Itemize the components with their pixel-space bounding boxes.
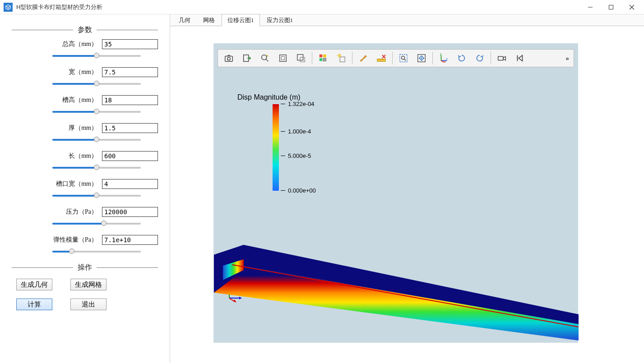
param-thickness: 厚（mm） xyxy=(12,123,158,143)
pressure-input[interactable] xyxy=(102,207,158,217)
tab-geometry[interactable]: 几何 xyxy=(173,14,196,26)
svg-rect-38 xyxy=(498,56,503,60)
bbox-icon[interactable] xyxy=(275,51,291,66)
svg-rect-12 xyxy=(300,57,305,62)
camera-view-icon[interactable] xyxy=(494,51,510,66)
thickness-input[interactable] xyxy=(102,123,158,133)
total-height-input[interactable] xyxy=(102,39,158,49)
app-icon xyxy=(4,3,13,12)
rotate-cw-icon[interactable] xyxy=(454,51,470,66)
legend-tick: 0.000e+00 xyxy=(281,187,316,194)
legend-tick: 1.000e-4 xyxy=(281,128,311,135)
param-label: 总高（mm） xyxy=(39,40,102,48)
svg-marker-43 xyxy=(239,297,242,299)
svg-marker-41 xyxy=(228,286,231,289)
param-total-height: 总高（mm） xyxy=(12,39,158,59)
viewport-toolbar: zyx » xyxy=(218,49,574,67)
slot-height-input[interactable] xyxy=(102,95,158,105)
length-slider[interactable] xyxy=(52,164,141,171)
title-bar: H型软膜卡布灯箱型材的受力分析 xyxy=(0,0,644,14)
generate-geometry-button[interactable]: 生成几何 xyxy=(16,279,52,290)
window-title: H型软膜卡布灯箱型材的受力分析 xyxy=(16,3,580,11)
param-slot-width: 槽口宽（mm） xyxy=(12,179,158,199)
svg-rect-1 xyxy=(609,5,613,9)
width-input[interactable] xyxy=(102,67,158,77)
pressure-slider[interactable] xyxy=(52,220,141,227)
svg-rect-17 xyxy=(340,57,345,62)
generate-mesh-button[interactable]: 生成网格 xyxy=(70,279,107,290)
close-button[interactable] xyxy=(621,0,642,14)
exit-button[interactable]: 退出 xyxy=(70,299,107,310)
main-pane: 几何 网格 位移云图1 应力云图1 xyxy=(170,14,644,363)
svg-point-29 xyxy=(401,56,404,59)
bbox-select-icon[interactable] xyxy=(293,51,309,66)
slot-width-input[interactable] xyxy=(102,179,158,189)
param-label: 压力（Pa） xyxy=(39,208,102,216)
param-label: 宽（mm） xyxy=(39,68,102,76)
fit-view-icon[interactable] xyxy=(413,51,430,66)
param-pressure: 压力（Pa） xyxy=(12,207,158,227)
svg-rect-16 xyxy=(323,58,326,61)
minimize-button[interactable] xyxy=(580,0,601,14)
svg-rect-14 xyxy=(323,55,326,57)
params-section-header: 参数 xyxy=(12,25,158,35)
svg-line-50 xyxy=(232,265,579,327)
go-first-icon[interactable] xyxy=(512,51,528,66)
total-height-slider[interactable] xyxy=(52,52,141,59)
color-legend: Disp Magnitude (m) 1.322e-041.000e-45.00… xyxy=(237,93,301,191)
action-buttons: 生成几何 生成网格 计算 退出 xyxy=(16,279,158,310)
elastic-modulus-slider[interactable] xyxy=(52,248,141,255)
tab-stress-contour-1[interactable]: 应力云图1 xyxy=(261,14,299,26)
param-label: 弹性模量（Pa） xyxy=(39,236,102,244)
svg-marker-46 xyxy=(214,245,579,324)
cubes-icon[interactable] xyxy=(315,51,331,66)
zoom-area-icon[interactable] xyxy=(395,51,412,66)
actions-section-header: 操作 xyxy=(12,263,158,272)
viewport-3d[interactable]: zyx » Disp Magnitude (m) 1.322e-041.0 xyxy=(213,43,578,343)
maximize-button[interactable] xyxy=(601,0,621,14)
svg-rect-28 xyxy=(400,55,408,62)
legend-tick: 5.000e-5 xyxy=(281,152,311,159)
toolbar-overflow-icon[interactable]: » xyxy=(563,55,572,62)
zoom-data-icon[interactable] xyxy=(257,51,273,66)
tab-mesh[interactable]: 网格 xyxy=(197,14,221,26)
elastic-modulus-input[interactable] xyxy=(102,235,158,245)
view-container: zyx » Disp Magnitude (m) 1.322e-041.0 xyxy=(170,26,644,363)
svg-marker-45 xyxy=(233,299,236,303)
export-icon[interactable] xyxy=(239,51,255,66)
tab-bar: 几何 网格 位移云图1 应力云图1 xyxy=(170,14,644,26)
svg-text:y: y xyxy=(446,57,448,61)
rotate-ccw-icon[interactable] xyxy=(472,51,488,66)
legend-colorbar xyxy=(273,104,279,191)
width-slider[interactable] xyxy=(52,80,141,87)
sidebar: 参数 总高（mm） 宽（mm） 槽高（mm） xyxy=(0,14,170,363)
brush-icon[interactable] xyxy=(355,51,371,66)
legend-tick: 1.322e-04 xyxy=(281,101,315,107)
svg-rect-15 xyxy=(320,58,322,61)
svg-rect-9 xyxy=(280,55,287,62)
tab-displacement-contour-1[interactable]: 位移云图1 xyxy=(222,14,260,26)
param-elastic-modulus: 弹性模量（Pa） xyxy=(12,235,158,255)
svg-marker-47 xyxy=(214,261,579,340)
svg-point-18 xyxy=(338,55,341,57)
screenshot-icon[interactable] xyxy=(221,51,237,66)
axis-gizmo[interactable] xyxy=(225,285,243,303)
svg-point-7 xyxy=(262,55,267,60)
slot-height-slider[interactable] xyxy=(52,108,141,115)
result-beam-render xyxy=(214,239,579,340)
ruler-clear-icon[interactable] xyxy=(373,51,389,66)
svg-rect-10 xyxy=(281,56,284,60)
thickness-slider[interactable] xyxy=(52,136,141,143)
svg-line-8 xyxy=(266,59,268,61)
param-label: 槽高（mm） xyxy=(39,96,102,104)
svg-point-5 xyxy=(227,57,230,60)
length-input[interactable] xyxy=(102,151,158,161)
lightbulb-box-icon[interactable] xyxy=(333,51,349,66)
svg-rect-21 xyxy=(377,59,385,62)
param-label: 槽口宽（mm） xyxy=(39,180,102,188)
slot-width-slider[interactable] xyxy=(52,192,141,199)
svg-rect-4 xyxy=(225,56,233,61)
compute-button[interactable]: 计算 xyxy=(16,299,52,310)
axes-icon[interactable]: zyx xyxy=(436,51,452,66)
param-width: 宽（mm） xyxy=(12,67,158,87)
